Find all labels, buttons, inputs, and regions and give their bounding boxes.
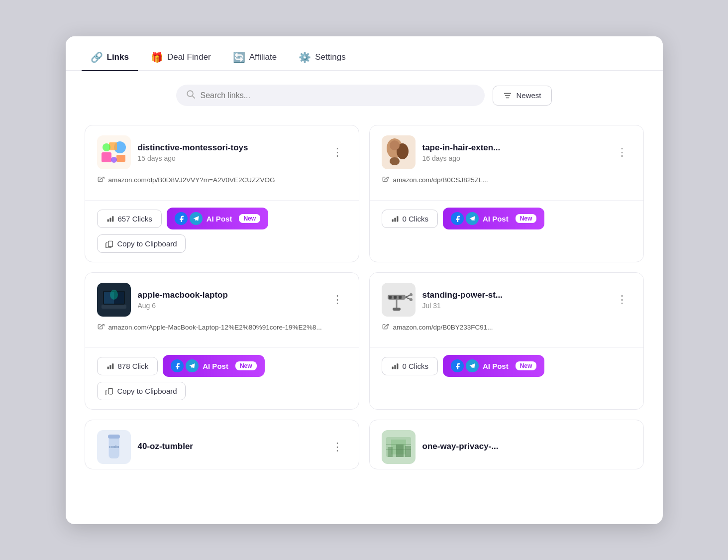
card-title: 40-oz-tumbler xyxy=(138,442,193,451)
social-icons xyxy=(175,212,203,225)
product-thumbnail xyxy=(97,283,131,317)
svg-point-18 xyxy=(390,157,400,165)
ai-post-button[interactable]: AI Post New xyxy=(443,208,544,229)
svg-rect-11 xyxy=(107,220,108,222)
card-url: amazon.com/dp/B0CSJ825ZL... xyxy=(382,175,631,184)
tab-affiliate[interactable]: 🔄 Affiliate xyxy=(224,45,286,71)
tab-links-label: Links xyxy=(107,52,129,62)
copy-clipboard-button[interactable]: Copy to Clipboard xyxy=(97,382,186,400)
url-icon xyxy=(97,175,104,184)
more-options-button[interactable]: ⋮ xyxy=(328,144,347,161)
product-thumbnail: coolio xyxy=(97,430,131,464)
more-options-button[interactable]: ⋮ xyxy=(613,144,631,161)
affiliate-icon: 🔄 xyxy=(233,51,245,63)
card-title: distinctive-montessori-toys xyxy=(138,143,248,153)
telegram-icon xyxy=(186,359,199,372)
card-date: 15 days ago xyxy=(138,154,248,162)
telegram-icon xyxy=(466,359,479,372)
svg-rect-48 xyxy=(108,435,120,439)
card-url: amazon.com/Apple-MacBook-Laptop-12%E2%80… xyxy=(97,323,347,332)
more-options-button[interactable]: ⋮ xyxy=(328,439,347,455)
card-tape-in-hair: tape-in-hair-exten... 16 days ago ⋮ amaz… xyxy=(369,125,644,262)
tab-nav: 🔗 Links 🎁 Deal Finder 🔄 Affiliate ⚙️ Set… xyxy=(66,36,663,71)
card-title: apple-macbook-laptop xyxy=(138,290,228,300)
tab-settings[interactable]: ⚙️ Settings xyxy=(290,45,354,71)
facebook-icon xyxy=(175,212,188,225)
svg-rect-5 xyxy=(102,152,111,162)
card-date: Aug 6 xyxy=(138,302,228,310)
card-40oz-tumbler: coolio 40-oz-tumbler ⋮ xyxy=(85,420,359,469)
social-icons xyxy=(451,359,479,372)
tab-links[interactable]: 🔗 Links xyxy=(82,45,138,71)
svg-rect-56 xyxy=(396,445,404,457)
ai-post-button[interactable]: AI Post New xyxy=(167,208,268,229)
card-url: amazon.com/dp/B0D8VJ2VVY?m=A2V0VE2CUZZVO… xyxy=(97,175,347,184)
tab-settings-label: Settings xyxy=(315,52,345,62)
product-thumbnail xyxy=(97,135,131,169)
svg-rect-28 xyxy=(102,305,126,309)
card-title: one-way-privacy-... xyxy=(422,442,499,451)
sort-icon xyxy=(503,91,512,100)
facebook-icon xyxy=(171,359,184,372)
copy-clipboard-button[interactable]: Copy to Clipboard xyxy=(97,234,186,253)
product-thumbnail xyxy=(382,135,416,169)
tab-affiliate-label: Affiliate xyxy=(249,52,277,62)
card-one-way-privacy: one-way-privacy-... xyxy=(369,420,644,469)
svg-rect-19 xyxy=(392,220,393,222)
search-input[interactable] xyxy=(200,91,475,100)
svg-point-8 xyxy=(103,143,110,151)
sort-button[interactable]: Newest xyxy=(493,86,551,106)
svg-rect-9 xyxy=(116,155,125,162)
telegram-icon xyxy=(190,212,203,225)
svg-rect-12 xyxy=(109,218,111,222)
svg-rect-55 xyxy=(388,447,393,457)
ai-post-button[interactable]: AI Post New xyxy=(163,355,264,377)
clicks-button[interactable]: 657 Clicks xyxy=(97,210,162,228)
new-badge: New xyxy=(235,361,257,370)
sort-label: Newest xyxy=(516,91,541,100)
tab-deal-finder-label: Deal Finder xyxy=(167,52,211,62)
social-icons xyxy=(451,212,479,225)
card-title: tape-in-hair-exten... xyxy=(422,143,501,153)
cards-grid: distinctive-montessori-toys 15 days ago … xyxy=(66,115,663,474)
clicks-button[interactable]: 878 Click xyxy=(97,357,158,375)
svg-rect-32 xyxy=(108,388,112,394)
card-actions: 657 Clicks AI Post New xyxy=(85,208,359,262)
copy-icon xyxy=(105,240,113,248)
deal-finder-icon: 🎁 xyxy=(151,51,163,63)
new-badge: New xyxy=(516,361,537,370)
svg-rect-29 xyxy=(107,367,108,369)
clicks-button[interactable]: 0 Clicks xyxy=(382,357,438,375)
clicks-icon xyxy=(391,215,399,223)
svg-rect-44 xyxy=(394,365,396,369)
svg-rect-43 xyxy=(392,367,393,369)
url-icon xyxy=(382,175,389,184)
svg-rect-21 xyxy=(397,216,398,222)
facebook-icon xyxy=(451,212,464,225)
svg-rect-42 xyxy=(393,308,401,311)
clicks-icon xyxy=(106,215,114,223)
more-options-button[interactable]: ⋮ xyxy=(613,291,631,308)
card-actions: 0 Clicks AI Post New xyxy=(370,355,643,386)
svg-rect-35 xyxy=(394,296,397,299)
card-actions: 878 Click AI Post New xyxy=(85,355,359,409)
svg-rect-57 xyxy=(405,446,411,457)
telegram-icon xyxy=(466,212,479,225)
card-standing-power: standing-power-st... Jul 31 ⋮ amazon.com… xyxy=(369,272,644,410)
svg-point-10 xyxy=(111,157,117,163)
more-options-button[interactable]: ⋮ xyxy=(328,291,347,308)
product-thumbnail xyxy=(382,430,416,464)
card-actions: 0 Clicks AI Post New xyxy=(370,208,643,238)
new-badge: New xyxy=(239,214,260,223)
links-icon: 🔗 xyxy=(91,51,103,63)
ai-post-button[interactable]: AI Post New xyxy=(443,355,544,377)
card-url: amazon.com/dp/B0BY233FC91... xyxy=(382,323,631,332)
tab-deal-finder[interactable]: 🎁 Deal Finder xyxy=(142,45,220,71)
clicks-button[interactable]: 0 Clicks xyxy=(382,210,438,228)
svg-line-1 xyxy=(193,96,195,99)
svg-rect-20 xyxy=(394,218,396,222)
copy-icon xyxy=(105,387,113,395)
facebook-icon xyxy=(451,359,464,372)
search-area: Newest xyxy=(66,71,663,115)
clicks-icon xyxy=(391,362,399,370)
